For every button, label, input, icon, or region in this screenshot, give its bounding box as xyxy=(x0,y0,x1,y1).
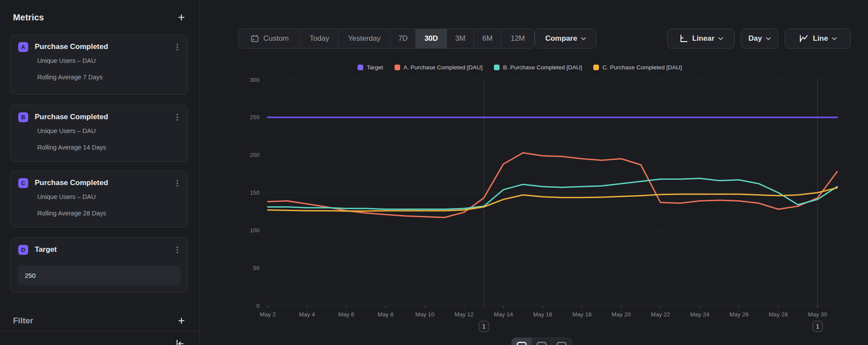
target-title: Target xyxy=(35,245,172,254)
date-range-today[interactable]: Today xyxy=(301,29,339,48)
date-range-label: 12M xyxy=(510,34,525,43)
metric-title: Purchase Completed xyxy=(35,179,172,187)
legend-item[interactable]: B. Purchase Completed [DAU] xyxy=(494,64,582,71)
chevron-down-icon xyxy=(766,37,771,40)
target-card-header: D Target xyxy=(18,244,182,255)
metric-card-c[interactable]: C Purchase Completed Unique Users – DAU … xyxy=(10,171,188,228)
table-view-icon xyxy=(536,341,547,345)
date-range-custom[interactable]: Custom xyxy=(239,29,301,48)
x-axis-label: May 18 xyxy=(572,311,592,318)
date-range-label: Yesterday xyxy=(348,34,381,43)
chevron-down-icon xyxy=(832,37,837,40)
granularity-label: Day xyxy=(748,34,762,43)
breakdown-view-icon xyxy=(556,341,567,345)
metric-card-a[interactable]: A Purchase Completed Unique Users – DAU … xyxy=(10,35,188,94)
metric-badge-d: D xyxy=(18,245,28,255)
chevron-down-icon xyxy=(718,37,723,40)
annotation-badge[interactable]: 1 xyxy=(812,321,823,332)
granularity-button[interactable]: Day xyxy=(741,29,778,49)
y-axis-label: 300 xyxy=(250,77,260,83)
calendar-icon xyxy=(250,34,259,43)
x-axis-label: May 16 xyxy=(533,311,552,318)
legend-item[interactable]: A. Purchase Completed [DAU] xyxy=(395,64,483,71)
scale-selector-button[interactable]: Linear xyxy=(667,29,735,49)
table-view-toggle[interactable] xyxy=(532,338,552,345)
date-range-label: 6M xyxy=(482,34,493,43)
add-metric-button[interactable]: + xyxy=(175,11,187,23)
legend-swatch-icon xyxy=(358,65,363,70)
add-filter-button[interactable]: + xyxy=(175,315,187,327)
metric-menu-icon[interactable] xyxy=(172,42,182,52)
legend-item[interactable]: Target xyxy=(358,64,383,71)
metric-title: Purchase Completed xyxy=(35,113,172,121)
y-axis-label: 250 xyxy=(250,114,260,120)
date-range-12m[interactable]: 12M xyxy=(501,29,534,48)
x-axis-label: May 26 xyxy=(730,311,749,318)
legend-swatch-icon xyxy=(395,65,400,70)
x-axis-label: May 22 xyxy=(651,311,670,318)
x-axis-label: May 28 xyxy=(769,311,788,318)
legend-label: C. Purchase Completed [DAU] xyxy=(602,64,682,71)
x-axis-label: May 24 xyxy=(690,311,710,318)
x-axis-label: May 30 xyxy=(808,311,827,318)
metric-card-b[interactable]: B Purchase Completed Unique Users – DAU … xyxy=(10,105,188,162)
chart-type-label: Line xyxy=(813,34,828,43)
sidebar-title: Metrics xyxy=(13,13,44,23)
date-range-label: 7D xyxy=(398,34,408,43)
annotation-badge[interactable]: 1 xyxy=(479,321,489,332)
x-axis-label: May 4 xyxy=(299,311,315,318)
date-range-label: Today xyxy=(309,34,329,43)
date-range-30d[interactable]: 30D xyxy=(416,29,447,48)
chart-view-toggles xyxy=(511,338,572,345)
line-chart-icon xyxy=(799,34,809,43)
date-range-yesterday[interactable]: Yesterday xyxy=(339,29,391,48)
compare-label: Compare xyxy=(545,34,577,43)
scale-label: Linear xyxy=(692,34,714,43)
metric-badge-b: B xyxy=(18,112,28,122)
legend-item[interactable]: C. Purchase Completed [DAU] xyxy=(593,64,682,71)
metric-rolling-average: Rolling Average 28 Days xyxy=(37,210,106,217)
filter-title: Filter xyxy=(13,316,33,325)
metric-badge-c: C xyxy=(18,178,28,188)
chart-view-toggle[interactable] xyxy=(512,338,532,345)
series-line-a xyxy=(268,153,837,218)
date-range-6m[interactable]: 6M xyxy=(474,29,501,48)
x-axis-label: May 2 xyxy=(260,311,276,318)
legend-label: B. Purchase Completed [DAU] xyxy=(503,64,582,71)
metric-card-c-header: C Purchase Completed xyxy=(18,177,182,189)
filter-section: Filter + xyxy=(13,314,187,328)
collapse-sidebar-icon[interactable] xyxy=(174,338,186,345)
target-value-input[interactable] xyxy=(18,266,181,285)
metric-menu-icon[interactable] xyxy=(172,244,182,255)
date-range-label: Custom xyxy=(263,34,289,43)
metric-menu-icon[interactable] xyxy=(172,178,182,188)
chart-type-button[interactable]: Line xyxy=(785,29,851,49)
metric-badge-a: A xyxy=(18,42,28,52)
metric-rolling-average: Rolling Average 7 Days xyxy=(37,74,102,81)
sidebar-header: Metrics + xyxy=(13,10,187,24)
chevron-down-icon xyxy=(581,37,586,40)
linear-scale-icon xyxy=(679,34,688,43)
date-range-7d[interactable]: 7D xyxy=(391,29,416,48)
metric-menu-icon[interactable] xyxy=(172,112,182,122)
target-card[interactable]: D Target xyxy=(10,238,188,293)
date-range-selector: CustomTodayYesterday7D30D3M6M12M xyxy=(238,29,535,49)
metric-measure: Unique Users – DAU xyxy=(37,193,96,200)
metric-measure: Unique Users – DAU xyxy=(37,57,96,64)
x-axis-label: May 10 xyxy=(415,311,434,318)
metric-rolling-average: Rolling Average 14 Days xyxy=(37,144,106,151)
legend-label: A. Purchase Completed [DAU] xyxy=(404,64,483,71)
chart-legend: TargetA. Purchase Completed [DAU]B. Purc… xyxy=(358,63,682,72)
metric-card-a-header: A Purchase Completed xyxy=(18,41,182,52)
metrics-sidebar: Metrics + A Purchase Completed Unique Us… xyxy=(0,0,200,345)
date-range-3m[interactable]: 3M xyxy=(447,29,474,48)
y-axis-label: 100 xyxy=(250,227,260,234)
breakdown-view-toggle[interactable] xyxy=(552,338,572,345)
x-axis-label: May 8 xyxy=(378,311,394,318)
compare-button[interactable]: Compare xyxy=(535,29,596,49)
y-axis-label: 200 xyxy=(250,152,260,158)
sidebar-divider xyxy=(0,331,200,331)
legend-swatch-icon xyxy=(494,65,500,70)
x-axis-label: May 14 xyxy=(494,311,513,318)
metric-title: Purchase Completed xyxy=(35,42,172,51)
